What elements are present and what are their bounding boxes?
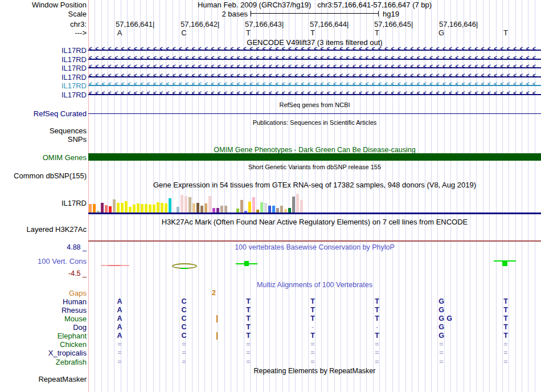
h3k27ac-title[interactable]: H3K27Ac Mark (Often Found Near Active Re… [88, 218, 541, 226]
gencode-gene-label[interactable]: IL17RD [0, 91, 87, 99]
omim-title[interactable]: OMIM Gene Phenotypes - Dark Green Can Be… [88, 146, 541, 154]
base-letter: C [177, 28, 191, 37]
gtex-tissue-bar[interactable] [157, 202, 159, 213]
gtex-tissue-bar[interactable] [220, 206, 223, 213]
gtex-tissue-bar[interactable] [252, 197, 255, 213]
gtex-title[interactable]: Gene Expression in 54 tissues from GTEx … [88, 181, 541, 189]
gtex-tissue-bar[interactable] [192, 203, 195, 213]
gtex-tissue-bar[interactable] [105, 205, 108, 213]
gtex-tissue-bar[interactable] [204, 203, 207, 213]
gtex-tissue-bar[interactable] [145, 204, 147, 213]
gtex-tissue-bar[interactable] [296, 194, 299, 213]
gencode-gene-arrow-row[interactable]: <<<<<<<<<<<<<<<<<<<<<<<<<<<<<<<<<<<<<<<<… [88, 67, 541, 68]
gencode-gene-arrow-row[interactable]: <<<<<<<<<<<<<<<<<<<<<<<<<<<<<<<<<<<<<<<<… [88, 50, 541, 51]
gtex-tissue-bar[interactable] [177, 207, 179, 213]
alignment-base: = [371, 340, 383, 348]
gtex-tissue-bar[interactable] [292, 197, 295, 213]
gtex-tissue-bar[interactable] [161, 203, 163, 213]
gencode-gene-arrow-row[interactable]: <<<<<<<<<<<<<<<<<<<<<<<<<<<<<<<<<<<<<<<<… [88, 94, 541, 95]
gtex-tissue-bar[interactable] [200, 206, 203, 213]
multiz-species-label[interactable]: Chicken [0, 340, 87, 349]
gencode-gene-arrow-row[interactable]: <<<<<<<<<<<<<<<<<<<<<<<<<<<<<<<<<<<<<<<<… [88, 76, 541, 77]
dbsnp-label[interactable]: Common dbSNP(155) [0, 172, 87, 180]
gtex-tissue-bar[interactable] [260, 202, 263, 213]
gtex-tissue-bar[interactable] [93, 204, 96, 213]
gtex-tissue-bar[interactable] [248, 202, 251, 213]
phylop-title[interactable]: 100 vertebrates Basewise Conservation by… [88, 243, 541, 251]
strand-arrow-label[interactable]: ---> [0, 28, 87, 37]
gtex-tissue-bar[interactable] [169, 198, 171, 213]
gtex-tissue-bar[interactable] [224, 206, 227, 213]
gtex-tissue-bar[interactable] [236, 209, 239, 213]
refseq-curated-line[interactable] [88, 113, 541, 114]
gtex-tissue-bar[interactable] [196, 203, 199, 213]
gtex-tissue-bar[interactable] [212, 208, 215, 213]
dbsnp-title[interactable]: Short Genetic Variants from dbSNP releas… [88, 164, 541, 170]
gtex-tissue-bar[interactable] [276, 208, 279, 213]
gencode-gene-arrow-row[interactable]: <<<<<<<<<<<<<<<<<<<<<<<<<<<<<<<<<<<<<<<<… [88, 85, 541, 86]
scale-bar-line [251, 13, 378, 14]
multiz-species-label[interactable]: Rhesus [0, 306, 87, 315]
gencode-gene-label[interactable]: IL17RD [0, 64, 87, 72]
gtex-tissue-bar[interactable] [137, 203, 140, 213]
gtex-tissue-bar[interactable] [208, 196, 211, 213]
gtex-tissue-bar[interactable] [153, 205, 155, 213]
gtex-tissue-bar[interactable] [188, 197, 191, 213]
gtex-tissue-bar[interactable] [113, 199, 116, 213]
gtex-tissue-bar[interactable] [101, 203, 104, 213]
multiz-species-label[interactable]: Human [0, 297, 87, 306]
multiz-species-label[interactable]: Dog [0, 323, 87, 332]
publications-snps-label[interactable]: SNPs [0, 135, 87, 144]
base-letter: T [241, 28, 255, 37]
gtex-tissue-bar[interactable] [133, 205, 136, 213]
omim-genes-label[interactable]: OMIM Genes [0, 153, 87, 162]
gtex-tissue-bar[interactable] [129, 207, 132, 213]
refseq-curated-label[interactable]: RefSeq Curated [0, 109, 87, 118]
gencode-gene-label[interactable]: IL17RD [0, 81, 87, 90]
multiz-species-label[interactable]: X_tropicalis [0, 349, 87, 357]
phylop-track-label[interactable]: 100 Vert. Cons [0, 257, 87, 266]
gtex-tissue-bar[interactable] [125, 201, 128, 213]
gtex-tissue-bar[interactable] [264, 203, 267, 213]
gtex-tissue-bar[interactable] [272, 206, 275, 213]
omim-gene-bar[interactable] [88, 153, 541, 161]
publications-title[interactable]: Publications: Sequences in Scientific Ar… [88, 119, 541, 126]
gtex-tissue-bar[interactable] [141, 204, 144, 213]
gencode-gene-label[interactable]: IL17RD [0, 73, 87, 81]
gtex-tissue-bar[interactable] [185, 196, 187, 213]
repeatmasker-title[interactable]: Repeating Elements by RepeatMasker [88, 367, 541, 375]
alignment-base: G [436, 306, 447, 314]
gtex-tissue-bar[interactable] [300, 200, 303, 213]
phylop-min-label: -4.5 _ [0, 270, 87, 277]
gtex-tissue-bar[interactable] [280, 206, 283, 213]
alignment-base: C [178, 323, 190, 331]
publications-sequences-label[interactable]: Sequences [0, 126, 87, 135]
gtex-tissue-bar[interactable] [216, 208, 219, 213]
gencode-gene-label[interactable]: IL17RD [0, 46, 87, 55]
gtex-tissue-bar[interactable] [288, 208, 291, 213]
multiz-species-label[interactable]: Mouse [0, 315, 87, 323]
gtex-gene-label[interactable]: IL17RD [0, 199, 87, 207]
gtex-tissue-bar[interactable] [165, 203, 167, 213]
gtex-tissue-bar[interactable] [89, 204, 92, 213]
multiz-species-label[interactable]: Zebrafish [0, 358, 87, 366]
gtex-tissue-bar[interactable] [117, 203, 120, 213]
gtex-tissue-bar[interactable] [109, 206, 112, 213]
gtex-tissue-bar[interactable] [149, 205, 151, 213]
repeatmasker-label[interactable]: RepeatMasker [0, 375, 87, 383]
gtex-tissue-bar[interactable] [240, 200, 243, 213]
alignment-base: G [436, 323, 447, 331]
multiz-species-label[interactable]: Elephant [0, 332, 87, 340]
h3k27ac-label[interactable]: Layered H3K27Ac [0, 225, 87, 234]
multiz-title[interactable]: Multiz Alignments of 100 Vertebrates [88, 281, 541, 289]
gtex-tissue-bar[interactable] [181, 195, 183, 213]
gencode-gene-label[interactable]: IL17RD [0, 55, 87, 64]
gtex-tissue-bar[interactable] [121, 203, 124, 213]
alignment-base: T [500, 323, 511, 331]
gencode-gene-arrow-row[interactable]: <<<<<<<<<<<<<<<<<<<<<<<<<<<<<<<<<<<<<<<<… [88, 59, 541, 60]
alignment-base: = [243, 349, 254, 357]
refseq-title[interactable]: RefSeq genes from NCBI [88, 101, 541, 108]
alignment-base: T [307, 332, 318, 340]
gtex-tissue-bar[interactable] [268, 206, 271, 213]
alignment-base: = [114, 349, 125, 357]
